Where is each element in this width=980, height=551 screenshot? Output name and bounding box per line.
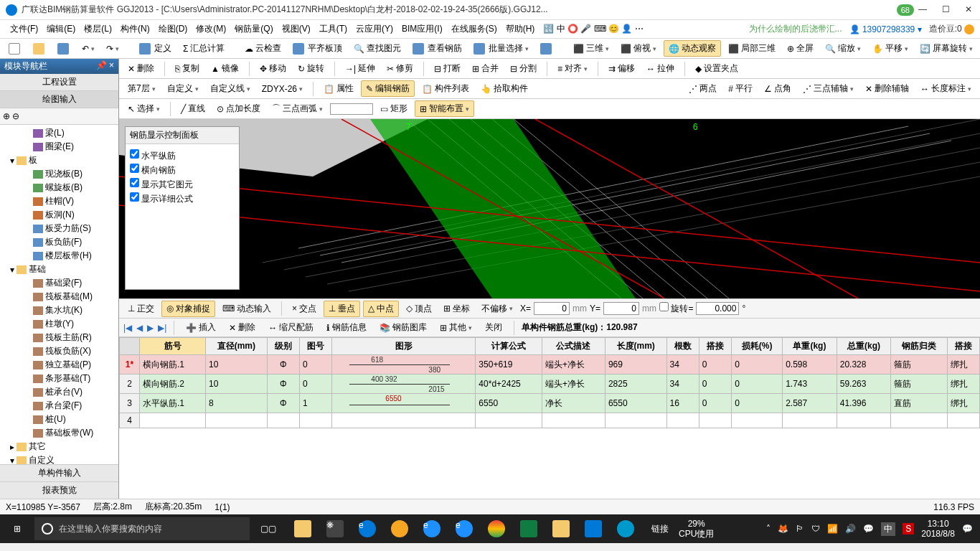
table-row[interactable]: 2横向钢筋.210Φ0400 392201540*d+2425端头+净长2825… xyxy=(120,375,980,394)
app-notes[interactable] xyxy=(545,514,577,543)
nav-next[interactable]: ▶ xyxy=(147,323,154,333)
app-edge[interactable]: e xyxy=(352,514,383,543)
promo-link[interactable]: 为什么绘制的后浇带汇... xyxy=(749,23,842,35)
floor-select[interactable]: 第7层 xyxy=(123,81,160,96)
opt-detail-formula[interactable]: 显示详细公式 xyxy=(130,192,235,206)
smart-layout-tool[interactable]: ⊞ 智能布置 xyxy=(415,100,474,117)
th-formula[interactable]: 计算公式 xyxy=(476,338,542,355)
tree-slab-rebar[interactable]: 板受力筋(S) xyxy=(1,222,117,235)
nav-prev[interactable]: ◀ xyxy=(136,323,143,333)
tab-report-preview[interactable]: 报表预览 xyxy=(0,481,118,499)
tray-shield-icon[interactable]: 🛡 xyxy=(811,524,820,534)
screen-rotate-button[interactable]: 🔄 屏幕旋转 xyxy=(915,41,977,56)
snap-perpendicular[interactable]: ⊥ 垂点 xyxy=(324,301,360,317)
tree-sump[interactable]: 集水坑(K) xyxy=(1,303,117,317)
tree-spiral-slab[interactable]: 螺旋板(B) xyxy=(1,181,117,194)
th-loss[interactable]: 损耗(%) xyxy=(732,338,783,355)
tray-flag-icon[interactable]: 🏳 xyxy=(796,524,804,534)
tree-floor-band[interactable]: 楼层板带(H) xyxy=(1,249,117,263)
rebar-lib-button[interactable]: 📚 钢筋图库 xyxy=(375,320,431,335)
nav-first[interactable]: |◀ xyxy=(123,323,132,333)
menu-file[interactable]: 文件(F) xyxy=(6,23,42,35)
nav-last[interactable]: ▶| xyxy=(158,323,166,333)
table-row[interactable]: 3水平纵筋.18Φ165506550净长655016002.58741.396直… xyxy=(120,394,980,413)
tree-found-band[interactable]: 基础板带(W) xyxy=(1,426,117,440)
th-cat[interactable]: 钢筋归类 xyxy=(891,338,947,355)
tray-notifications-icon[interactable]: 💬 xyxy=(962,524,973,534)
flat-slab-button[interactable]: 平齐板顶 xyxy=(288,41,347,56)
mirror-button[interactable]: ▲ 镜像 xyxy=(207,61,243,76)
insert-row-button[interactable]: ➕ 插入 xyxy=(182,320,220,335)
y-input[interactable] xyxy=(603,302,639,315)
rect-tool[interactable]: ▭ 矩形 xyxy=(376,101,412,116)
setpoint-button[interactable]: ◆ 设置夹点 xyxy=(691,61,743,76)
arc-tool[interactable]: ⌒ 三点画弧 xyxy=(268,101,327,116)
view-rebar-button[interactable]: 查看钢筋 xyxy=(408,41,466,56)
delete-button[interactable]: ✕ 删除 xyxy=(123,61,159,76)
th-fig[interactable]: 图号 xyxy=(300,338,332,355)
th-dia[interactable]: 直径(mm) xyxy=(206,338,268,355)
opt-horiz-rebar[interactable]: 水平纵筋 xyxy=(130,149,235,163)
x-input[interactable] xyxy=(534,302,570,315)
dynamic-view-button[interactable]: 🌐 动态观察 xyxy=(664,40,721,57)
point-angle-button[interactable]: ∠ 点角 xyxy=(760,81,796,96)
th-total[interactable]: 总重(kg) xyxy=(837,338,891,355)
rotate-checkbox[interactable]: 旋转= xyxy=(659,302,693,315)
edit-rebar-button[interactable]: ✎ 编辑钢筋 xyxy=(361,80,415,97)
menu-help[interactable]: 帮助(H) xyxy=(501,23,540,35)
category-select[interactable]: 自定义 xyxy=(163,81,203,96)
length-label-button[interactable]: ↔ 长度标注 xyxy=(916,81,976,96)
tree-found-beam[interactable]: 基础梁(F) xyxy=(1,276,117,290)
tray-clock[interactable]: 13:102018/8/8 xyxy=(921,519,955,540)
split-button[interactable]: ⊟ 分割 xyxy=(506,61,541,76)
pin-icon[interactable]: 📌 × xyxy=(96,60,114,72)
batch-select-button[interactable]: 批量选择 xyxy=(469,41,533,56)
close-panel-button[interactable]: 关闭 xyxy=(481,320,507,335)
tray-msg-icon[interactable]: 💬 xyxy=(863,524,874,534)
dyninput-toggle[interactable]: ⌨ 动态输入 xyxy=(218,301,275,316)
table-row[interactable]: 1*横向钢筋.110Φ0618380350+619端头+净长96934000.5… xyxy=(120,355,980,375)
menu-modify[interactable]: 修改(M) xyxy=(192,23,230,35)
tree-slab-group[interactable]: ▾ 板 xyxy=(1,154,117,167)
tree-strip-found[interactable]: 条形基础(T) xyxy=(1,372,117,385)
menu-rebar[interactable]: 钢筋量(Q) xyxy=(230,23,277,35)
pan-button[interactable]: ✋ 平移 xyxy=(868,41,913,56)
break-button[interactable]: ⊟ 打断 xyxy=(430,61,465,76)
th-lvl[interactable]: 级别 xyxy=(267,338,299,355)
app-ie2[interactable]: e xyxy=(448,514,480,543)
rebar-info-button[interactable]: ℹ 钢筋信息 xyxy=(322,320,371,335)
maximize-button[interactable]: ☐ xyxy=(940,4,951,16)
other-button[interactable]: ⊞ 其他 xyxy=(435,320,476,335)
tree-foundation-group[interactable]: ▾ 基础 xyxy=(1,263,117,276)
cpu-meter[interactable]: 29%CPU使用 xyxy=(679,519,714,540)
tree-raft-neg[interactable]: 筏板负筋(X) xyxy=(1,344,117,358)
tree-pier[interactable]: 柱墩(Y) xyxy=(1,317,117,331)
menu-component[interactable]: 构件(N) xyxy=(116,23,154,35)
menu-tools[interactable]: 工具(T) xyxy=(315,23,352,35)
menu-view[interactable]: 视图(V) xyxy=(278,23,315,35)
ortho-toggle[interactable]: ⊥ 正交 xyxy=(123,301,159,316)
tree-beam[interactable]: 梁(L) xyxy=(1,126,117,140)
move-button[interactable]: ✥ 移动 xyxy=(255,61,291,76)
tree-slab-neg[interactable]: 板负筋(F) xyxy=(1,235,117,249)
opt-vert-rebar[interactable]: 横向钢筋 xyxy=(130,163,235,177)
tab-single-input[interactable]: 单构件输入 xyxy=(0,464,118,481)
comp-list-button[interactable]: 📋 构件列表 xyxy=(418,81,473,96)
attr-button[interactable]: 📋 属性 xyxy=(319,81,358,96)
type-select[interactable]: 自定义线 xyxy=(206,81,255,96)
line-tool[interactable]: ╱ 直线 xyxy=(176,101,209,116)
minimize-button[interactable]: — xyxy=(917,4,928,16)
close-button[interactable]: ✕ xyxy=(963,4,974,16)
delete-row-button[interactable]: ✕ 删除 xyxy=(225,320,260,335)
tray-ime[interactable]: 中 xyxy=(881,522,895,536)
zoom-button[interactable]: 🔍 缩放 xyxy=(821,41,865,56)
notification-badge[interactable]: 68 xyxy=(897,4,914,16)
app-360[interactable] xyxy=(384,514,415,543)
app-explorer[interactable] xyxy=(287,514,319,543)
tree-indep-found[interactable]: 独立基础(P) xyxy=(1,358,117,372)
task-view-button[interactable]: ▢▢ xyxy=(253,514,284,543)
tab-draw-input[interactable]: 绘图输入 xyxy=(0,91,118,108)
threepoint-aux-button[interactable]: ⋰ 三点辅轴 xyxy=(798,81,858,96)
menu-cloud[interactable]: 云应用(Y) xyxy=(352,23,397,35)
tab-project-settings[interactable]: 工程设置 xyxy=(0,74,118,91)
